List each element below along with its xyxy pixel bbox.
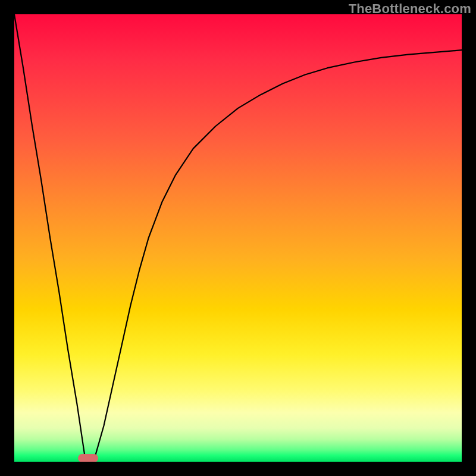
watermark-text: TheBottleneck.com	[349, 1, 471, 17]
plot-area	[14, 14, 462, 462]
chart-frame: TheBottleneck.com	[0, 0, 476, 476]
bottleneck-curve	[14, 14, 462, 462]
curve-path	[14, 14, 462, 458]
optimum-marker	[78, 454, 98, 462]
